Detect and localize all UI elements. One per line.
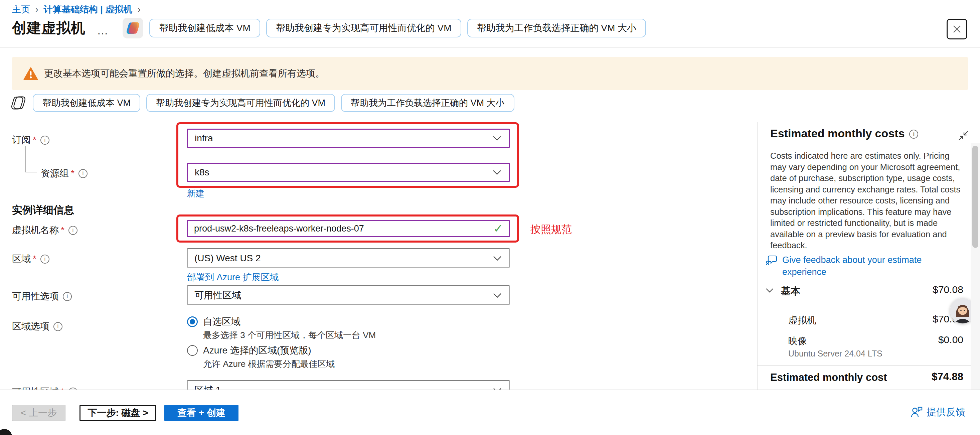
- region-dropdown[interactable]: (US) West US 2: [187, 248, 510, 268]
- feedback-label: 提供反馈: [927, 406, 965, 419]
- required-asterisk: *: [71, 168, 75, 179]
- info-icon[interactable]: [63, 292, 72, 301]
- chevron-down-icon: [493, 136, 501, 141]
- tree-connector: [25, 146, 37, 172]
- breadcrumb-vm-link[interactable]: 计算基础结构 | 虚拟机: [44, 3, 133, 15]
- info-icon[interactable]: [53, 322, 62, 331]
- radio-label: 自选区域: [203, 315, 240, 328]
- cost-row-image-value: $0.00: [938, 334, 963, 346]
- total-cost-label: Estimated monthly cost: [770, 371, 887, 384]
- warning-text: 更改基本选项可能会重置所做的选择。创建虚拟机前查看所有选项。: [44, 67, 325, 80]
- chevron-right-icon: ›: [137, 4, 141, 15]
- suggestion-low-cost-button[interactable]: 帮助我创建低成本 VM: [33, 94, 140, 112]
- scrollbar-thumb[interactable]: [972, 146, 978, 248]
- chevron-right-icon: ›: [35, 4, 39, 15]
- copilot-suggestion-high-availability[interactable]: 帮助我创建专为实现高可用性而优化的 VM: [266, 19, 461, 37]
- deploy-extended-zone-link[interactable]: 部署到 Azure 扩展区域: [187, 271, 279, 283]
- collapse-panel-button[interactable]: [957, 129, 970, 142]
- availability-zones-dropdown[interactable]: 区域 1: [187, 380, 510, 390]
- required-asterisk: *: [61, 387, 64, 390]
- copilot-suggestion-right-size[interactable]: 帮助我为工作负载选择正确的 VM 大小: [467, 19, 646, 37]
- region-label: 区域*: [12, 253, 49, 265]
- warning-icon: [23, 67, 38, 80]
- total-divider: [757, 365, 971, 366]
- chevron-down-icon: [493, 293, 502, 298]
- required-asterisk: *: [33, 135, 37, 145]
- cost-row-image-sub: Ubuntu Server 24.04 LTS: [788, 349, 883, 359]
- create-new-resource-group-link[interactable]: 新建: [187, 188, 204, 199]
- cost-disclaimer: Costs indicated here are estimates only.…: [770, 150, 967, 251]
- zone-option-self-select-description: 最多选择 3 个可用性区域，每个区域一台 VM: [203, 330, 376, 341]
- radio-unselected-icon[interactable]: [187, 345, 198, 356]
- subscription-label: 订阅*: [12, 134, 49, 147]
- cost-row-image-label: 映像: [788, 335, 807, 347]
- zone-option-azure-select[interactable]: Azure 选择的区域(预览版): [187, 344, 311, 357]
- copilot-icon: [126, 21, 140, 35]
- required-asterisk: *: [61, 225, 64, 236]
- warning-banner: 更改基本选项可能会重置所做的选择。创建虚拟机前查看所有选项。: [12, 57, 968, 90]
- next-step-disks-button[interactable]: 下一步: 磁盘 >: [80, 405, 156, 421]
- header-divider: [0, 48, 980, 48]
- chevron-down-icon: [493, 170, 501, 175]
- expand-basics-cost-button[interactable]: [765, 288, 773, 294]
- info-icon[interactable]: [68, 226, 78, 235]
- instance-details-section-title: 实例详细信息: [12, 203, 74, 217]
- panel-divider: [757, 122, 757, 390]
- zone-option-self-select[interactable]: 自选区域: [187, 315, 240, 328]
- cost-row-basics-value: $70.08: [932, 284, 963, 295]
- availability-options-label: 可用性选项: [12, 290, 72, 303]
- vm-name-label: 虚拟机名称*: [12, 224, 78, 237]
- copilot-suggestion-row: 帮助我创建低成本 VM 帮助我创建专为实现高可用性而优化的 VM 帮助我为工作负…: [10, 94, 514, 112]
- suggestion-high-availability-button[interactable]: 帮助我创建专为实现高可用性而优化的 VM: [146, 94, 335, 112]
- breadcrumb-home-link[interactable]: 主页: [12, 3, 30, 15]
- valid-check-icon: ✓: [493, 221, 503, 236]
- review-create-button[interactable]: 查看 + 创建: [164, 405, 239, 421]
- info-icon[interactable]: [40, 135, 49, 145]
- basics-form: 订阅* infra 资源组* k8s 新建 实例详细信息 虚拟机名称* ✓ 按照…: [0, 120, 757, 390]
- cost-panel-title: Estimated monthly costs: [770, 127, 918, 140]
- total-cost-value: $74.88: [932, 371, 963, 383]
- subscription-dropdown[interactable]: infra: [187, 129, 510, 148]
- chevron-down-icon: [765, 288, 773, 293]
- copilot-outline-icon: [10, 94, 27, 111]
- collapse-icon: [958, 130, 969, 141]
- feedback-bubbles-icon: [765, 254, 778, 267]
- close-icon: [952, 24, 962, 34]
- copilot-suggestion-low-cost[interactable]: 帮助我创建低成本 VM: [149, 19, 260, 37]
- person-feedback-icon: [910, 406, 923, 418]
- give-feedback-link[interactable]: 提供反馈: [910, 406, 965, 419]
- zone-option-azure-select-description: 允许 Azure 根据需要分配最佳区域: [203, 358, 335, 370]
- resource-group-label: 资源组*: [41, 167, 88, 180]
- footer-bar: < 上一步 下一步: 磁盘 > 查看 + 创建 提供反馈: [0, 390, 980, 435]
- close-button[interactable]: [947, 19, 967, 40]
- zone-options-label: 区域选项: [12, 320, 62, 333]
- resource-group-dropdown[interactable]: k8s: [187, 163, 510, 182]
- page-header: 创建虚拟机 … 帮助我创建低成本 VM 帮助我创建专为实现高可用性而优化的 VM…: [12, 16, 646, 40]
- info-icon[interactable]: [909, 130, 918, 139]
- feedback-link-text: Give feedback about your estimate experi…: [782, 254, 949, 278]
- info-icon[interactable]: [78, 169, 88, 178]
- more-options-button[interactable]: …: [97, 24, 109, 37]
- info-icon[interactable]: [40, 255, 49, 264]
- breadcrumb: 主页 › 计算基础结构 | 虚拟机 ›: [12, 3, 141, 15]
- copilot-button[interactable]: [123, 18, 143, 38]
- create-vm-page: 主页 › 计算基础结构 | 虚拟机 › 创建虚拟机 … 帮助我创建低成本 VM …: [0, 0, 980, 435]
- required-asterisk: *: [33, 253, 37, 264]
- availability-zones-label: 可用性区域*: [12, 386, 78, 390]
- page-title: 创建虚拟机: [12, 18, 86, 38]
- cost-row-vm-label: 虚拟机: [788, 314, 816, 327]
- availability-options-dropdown[interactable]: 可用性区域: [187, 285, 510, 305]
- naming-convention-annotation: 按照规范: [530, 223, 572, 237]
- previous-step-button[interactable]: < 上一步: [12, 405, 65, 421]
- estimate-feedback-link[interactable]: Give feedback about your estimate experi…: [765, 254, 949, 278]
- suggestion-right-size-button[interactable]: 帮助我为工作负载选择正确的 VM 大小: [341, 94, 514, 112]
- chevron-down-icon: [493, 256, 502, 261]
- vm-name-field: ✓: [187, 220, 510, 237]
- radio-label: Azure 选择的区域(预览版): [203, 344, 311, 357]
- vm-name-input[interactable]: [188, 223, 482, 234]
- cost-row-basics-label: 基本: [781, 285, 800, 298]
- radio-selected-icon[interactable]: [187, 316, 198, 327]
- panel-scrollbar: [970, 143, 980, 390]
